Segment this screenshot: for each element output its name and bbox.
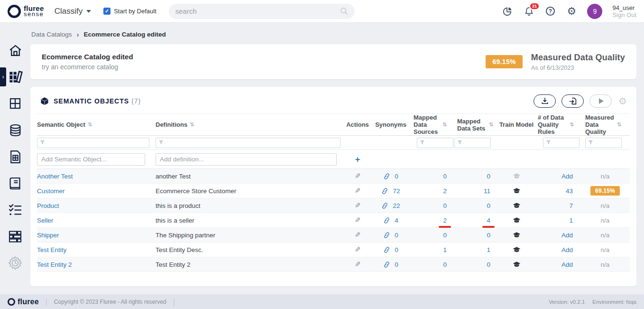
rules-add-link[interactable]: Add [561, 232, 573, 239]
synonyms-count[interactable]: 72 [393, 187, 400, 195]
train-model-icon[interactable] [513, 232, 521, 238]
synonyms-link-icon[interactable] [381, 187, 388, 195]
filter-semantic-object[interactable] [37, 138, 149, 148]
col-measured-quality[interactable]: Measured Data Quality ⇅ [580, 114, 630, 135]
col-quality-rules[interactable]: # of Data Quality Rules ⇅ [535, 114, 580, 135]
checkbox-checked-icon[interactable]: ✓ [103, 8, 110, 15]
synonyms-count[interactable]: 0 [395, 246, 398, 253]
avatar[interactable]: 9 [587, 4, 602, 19]
sort-icon[interactable]: ⇅ [88, 121, 92, 128]
edit-pencil-icon[interactable]: ✎ [355, 231, 361, 239]
sidebar-item-jobs[interactable] [0, 250, 30, 276]
notifications-button[interactable]: 31 [523, 6, 534, 17]
import-file-button[interactable] [561, 94, 584, 108]
table-settings-gear-icon[interactable]: ⚙ [618, 96, 627, 106]
semantic-object-link[interactable]: Customer [37, 187, 65, 195]
sort-icon[interactable]: ⇅ [190, 121, 194, 128]
filter-definitions[interactable] [156, 138, 340, 148]
sort-icon[interactable]: ⇅ [617, 121, 621, 128]
add-row-button[interactable]: + [355, 155, 360, 164]
rules-add-link[interactable]: Add [561, 173, 573, 180]
sidebar-item-reports[interactable] [0, 143, 30, 170]
synonyms-link-icon[interactable] [383, 173, 390, 180]
mapped-sets-count[interactable]: 0 [487, 232, 490, 239]
train-model-icon[interactable] [513, 187, 521, 194]
mapped-sources-count[interactable]: 1 [443, 246, 447, 253]
download-button[interactable] [534, 94, 556, 108]
edit-pencil-icon[interactable]: ✎ [355, 216, 361, 225]
edit-pencil-icon[interactable]: ✎ [355, 172, 361, 180]
col-semantic-object[interactable]: Semantic Object ⇅ [37, 121, 156, 128]
add-semantic-object-input[interactable] [37, 153, 145, 166]
help-button[interactable]: ? [544, 6, 556, 17]
sort-icon[interactable]: ⇅ [442, 121, 447, 128]
mapped-sets-count[interactable]: 1 [487, 246, 490, 253]
run-button[interactable] [589, 94, 612, 108]
edit-pencil-icon[interactable]: ✎ [355, 201, 361, 210]
semantic-object-link[interactable]: Shipper [37, 232, 59, 239]
mapped-sources-count[interactable]: 0 [443, 202, 447, 209]
synonyms-link-icon[interactable] [383, 261, 390, 268]
synonyms-count[interactable]: 22 [393, 202, 400, 209]
breadcrumb-data-catalogs[interactable]: Data Catalogs [31, 31, 72, 38]
sidebar-item-mapping[interactable] [0, 90, 30, 117]
mapped-sets-count[interactable]: 0 [487, 261, 490, 268]
train-model-icon[interactable] [513, 261, 521, 268]
rules-add-link[interactable]: Add [561, 261, 573, 268]
mapped-sources-count[interactable]: 0 [443, 232, 447, 239]
semantic-object-link[interactable]: Test Entity [37, 246, 66, 253]
start-by-default-toggle[interactable]: ✓ Start by Default [103, 8, 156, 15]
sidebar-item-glossary[interactable] [0, 170, 30, 197]
semantic-object-link[interactable]: Product [37, 202, 59, 209]
sort-icon[interactable]: ⇅ [489, 121, 493, 128]
search-bar[interactable] [169, 4, 355, 19]
edit-pencil-icon[interactable]: ✎ [355, 187, 361, 195]
mapped-sets-count[interactable]: 0 [487, 202, 490, 209]
mapped-sources-count[interactable]: 2 [443, 187, 447, 195]
col-definitions[interactable]: Definitions ⇅ [156, 121, 344, 128]
filter-measured-quality-input[interactable] [596, 140, 619, 146]
synonyms-count[interactable]: 0 [395, 173, 398, 180]
semantic-object-link[interactable]: Another Test [37, 173, 73, 180]
synonyms-count[interactable]: 0 [395, 261, 398, 268]
fluree-sense-logo[interactable]: fluree sense [8, 5, 44, 18]
train-model-icon[interactable] [513, 246, 521, 253]
sidebar-item-data-sources[interactable] [0, 117, 30, 143]
sidebar-item-data-sets[interactable] [0, 223, 30, 250]
filter-mapped-data-sources[interactable] [417, 138, 453, 148]
add-definition-input[interactable] [156, 153, 337, 166]
mapped-sources-count-annotated[interactable]: 2 [443, 217, 447, 224]
semantic-object-link[interactable]: Test Entity 2 [37, 261, 72, 268]
edit-pencil-icon[interactable]: ✎ [355, 260, 361, 269]
filter-mapped-data-sets[interactable] [454, 138, 491, 148]
mapped-sources-count[interactable]: 0 [443, 261, 447, 268]
filter-mapped-data-sets-input[interactable] [465, 140, 488, 146]
synonyms-count[interactable]: 4 [395, 217, 398, 224]
sign-out-link[interactable]: Sign Out [612, 11, 636, 19]
classify-menu[interactable]: Classify [55, 7, 92, 16]
filter-quality-rules[interactable] [543, 138, 580, 148]
rules-count[interactable]: 1 [569, 217, 573, 224]
mapped-sets-count[interactable]: 11 [484, 187, 490, 195]
usage-chart-button[interactable] [502, 6, 513, 17]
filter-quality-rules-input[interactable] [553, 140, 577, 146]
rules-add-link[interactable]: Add [561, 246, 573, 253]
synonyms-link-icon[interactable] [381, 202, 388, 209]
mapped-sets-count-annotated[interactable]: 4 [487, 217, 490, 224]
synonyms-link-icon[interactable] [383, 246, 390, 253]
filter-semantic-object-input[interactable] [47, 140, 147, 146]
synonyms-count[interactable]: 0 [395, 232, 398, 239]
rules-count[interactable]: 43 [566, 187, 573, 195]
train-model-icon[interactable] [513, 173, 521, 179]
train-model-icon[interactable] [513, 202, 521, 209]
settings-button[interactable]: ⚙ [566, 6, 577, 17]
mapped-sources-count[interactable]: 0 [443, 173, 447, 180]
mapped-sets-count[interactable]: 0 [487, 173, 490, 180]
sort-icon[interactable]: ⇅ [570, 121, 574, 128]
filter-definitions-input[interactable] [166, 140, 338, 146]
semantic-object-link[interactable]: Seller [37, 217, 54, 224]
synonyms-link-icon[interactable] [383, 217, 390, 224]
sidebar-item-home[interactable] [0, 37, 30, 64]
filter-measured-quality[interactable] [585, 138, 622, 148]
edit-pencil-icon[interactable]: ✎ [355, 245, 361, 254]
